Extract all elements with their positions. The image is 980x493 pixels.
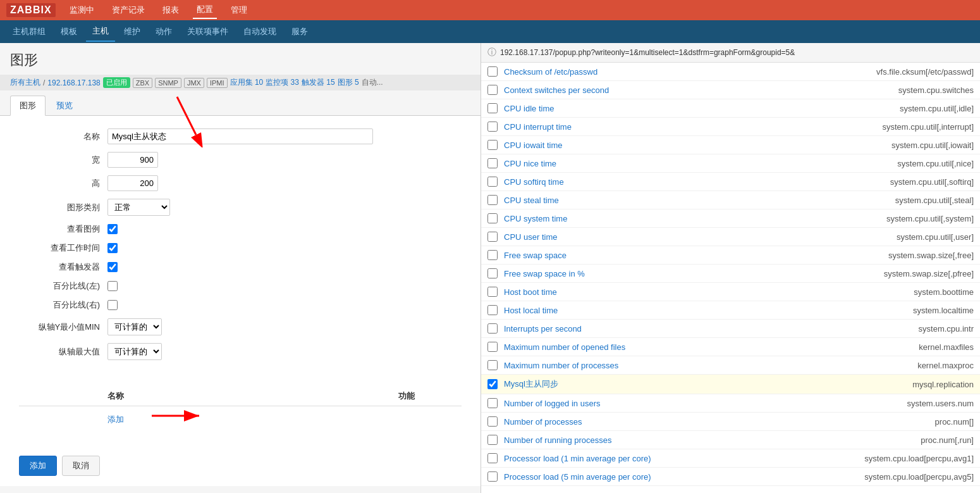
popup-item-checkbox[interactable]	[487, 360, 498, 370]
list-item[interactable]: Interrupts per secondsystem.cpu.intr	[481, 320, 980, 338]
show-legend-checkbox[interactable]	[107, 224, 118, 234]
list-item[interactable]: Processor load (1 min average per core)s…	[481, 449, 980, 468]
popup-url: 192.168.17.137/popup.php?writeonly=1&mul…	[500, 48, 795, 57]
popup-item-key: system.swap.size[,free]	[888, 251, 974, 260]
popup-item-name: CPU user time	[504, 232, 897, 242]
list-item[interactable]: CPU idle timesystem.cpu.util[,idle]	[481, 99, 980, 118]
popup-item-name: Processor load (1 min average per core)	[504, 454, 864, 463]
breadcrumb-tag-snmp: SNMP	[155, 78, 181, 88]
nav-actions[interactable]: 动作	[149, 22, 178, 41]
popup-item-checkbox[interactable]	[487, 287, 498, 297]
list-item[interactable]: Number of logged in userssystem.users.nu…	[481, 394, 980, 413]
type-select[interactable]: 正常 堆叠 饼图 分离型饼图	[107, 199, 170, 216]
popup-item-checkbox[interactable]	[487, 342, 498, 352]
list-item[interactable]: Number of processesproc.num[]	[481, 413, 980, 431]
breadcrumb-all-hosts[interactable]: 所有主机	[10, 77, 40, 88]
popup-item-checkbox[interactable]	[487, 232, 498, 242]
nav-hosts[interactable]: 主机	[86, 22, 115, 42]
popup-item-checkbox[interactable]	[487, 305, 498, 315]
top-navigation: ZABBIX 监测中 资产记录 报表 配置 管理	[0, 0, 980, 20]
popup-item-checkbox[interactable]	[487, 323, 498, 334]
show-trigger-checkbox[interactable]	[107, 262, 118, 272]
popup-item-checkbox[interactable]	[487, 213, 498, 223]
popup-item-checkbox[interactable]	[487, 195, 498, 205]
nav-monitor[interactable]: 监测中	[66, 2, 98, 18]
popup-item-checkbox[interactable]	[487, 268, 498, 278]
list-item[interactable]: CPU iowait timesystem.cpu.util[,iowait]	[481, 136, 980, 154]
popup-item-name: Host local time	[504, 306, 913, 315]
list-item[interactable]: Host local timesystem.localtime	[481, 301, 980, 320]
list-item[interactable]: CPU steal timesystem.cpu.util[,steal]	[481, 191, 980, 209]
nav-maintenance[interactable]: 维护	[118, 22, 147, 41]
popup-item-checkbox[interactable]	[487, 85, 498, 95]
list-item[interactable]: Host boot timesystem.boottime	[481, 283, 980, 301]
add-item-link[interactable]: 添加	[19, 411, 124, 428]
list-item[interactable]: CPU user timesystem.cpu.util[,user]	[481, 228, 980, 246]
form-label-percent-left: 百分比线(左)	[19, 280, 107, 292]
list-item[interactable]: Number of running processesproc.num[,run…	[481, 431, 980, 449]
tab-graph[interactable]: 图形	[10, 96, 46, 116]
list-item[interactable]: CPU nice timesystem.cpu.util[,nice]	[481, 154, 980, 173]
y-min-select[interactable]: 可计算的 固定 元素	[107, 318, 162, 335]
nav-services[interactable]: 服务	[285, 22, 314, 41]
breadcrumb-graphs[interactable]: 图形 5	[338, 77, 359, 88]
popup-item-checkbox[interactable]	[487, 250, 498, 260]
breadcrumb-monitors[interactable]: 监控项 33	[266, 77, 299, 88]
breadcrumb-apps[interactable]: 应用集 10	[230, 77, 264, 88]
height-input[interactable]	[107, 175, 158, 191]
list-item[interactable]: Free swap spacesystem.swap.size[,free]	[481, 246, 980, 265]
form-label-y-max: 纵轴最大值	[19, 346, 107, 358]
nav-reports[interactable]: 报表	[159, 2, 183, 18]
name-input[interactable]	[107, 128, 373, 144]
list-item[interactable]: CPU softirq timesystem.cpu.util[,softirq…	[481, 173, 980, 191]
nav-admin[interactable]: 管理	[227, 2, 251, 18]
list-item[interactable]: CPU interrupt timesystem.cpu.util[,inter…	[481, 118, 980, 136]
list-item[interactable]: Mysql主从同步mysql.replication	[481, 375, 980, 394]
popup-item-checkbox[interactable]	[487, 435, 498, 445]
list-item[interactable]: Free swap space in %system.swap.size[,pf…	[481, 265, 980, 283]
popup-item-checkbox[interactable]	[487, 379, 498, 389]
breadcrumb-status: 已启用	[103, 77, 130, 88]
popup-item-checkbox[interactable]	[487, 122, 498, 132]
nav-host-groups[interactable]: 主机群组	[6, 22, 52, 41]
width-input[interactable]	[107, 152, 158, 168]
list-item[interactable]: Checksum of /etc/passwdvfs.file.cksum[/e…	[481, 63, 980, 81]
nav-assets[interactable]: 资产记录	[108, 2, 149, 18]
popup-item-checkbox[interactable]	[487, 140, 498, 150]
tab-preview[interactable]: 预览	[47, 96, 82, 115]
nav-correlation[interactable]: 关联项事件	[181, 22, 235, 41]
percent-right-checkbox[interactable]	[107, 300, 118, 310]
popup-item-checkbox[interactable]	[487, 158, 498, 168]
nav-templates[interactable]: 模板	[54, 22, 83, 41]
nav-autodiscovery[interactable]: 自动发现	[237, 22, 283, 41]
popup-item-checkbox[interactable]	[487, 398, 498, 408]
nav-config[interactable]: 配置	[193, 1, 217, 19]
show-work-checkbox[interactable]	[107, 243, 118, 253]
percent-left-checkbox[interactable]	[107, 281, 118, 291]
list-item[interactable]: Maximum number of opened fileskernel.max…	[481, 338, 980, 356]
cancel-button[interactable]: 取消	[62, 456, 100, 476]
breadcrumb-ip[interactable]: 192.168.17.138	[47, 78, 100, 87]
popup-item-name: Checksum of /etc/passwd	[504, 67, 876, 77]
popup-item-name: CPU iowait time	[504, 140, 891, 150]
popup-item-checkbox[interactable]	[487, 66, 498, 77]
popup-item-checkbox[interactable]	[487, 471, 498, 482]
list-item[interactable]: Maximum number of processeskernel.maxpro…	[481, 356, 980, 375]
popup-item-checkbox[interactable]	[487, 103, 498, 113]
breadcrumb-tag-zbx: ZBX	[133, 78, 152, 88]
list-item[interactable]: Processor load (5 min average per core)s…	[481, 468, 980, 486]
popup-item-checkbox[interactable]	[487, 177, 498, 187]
popup-list[interactable]: Checksum of /etc/passwdvfs.file.cksum[/e…	[481, 63, 980, 493]
breadcrumb-triggers[interactable]: 触发器 15	[302, 77, 335, 88]
popup-item-checkbox[interactable]	[487, 453, 498, 463]
list-item[interactable]: CPU system timesystem.cpu.util[,system]	[481, 209, 980, 228]
popup-item-name: Maximum number of processes	[504, 361, 917, 370]
popup-item-checkbox[interactable]	[487, 416, 498, 427]
form-row-percent-left: 百分比线(左)	[19, 280, 462, 292]
add-button[interactable]: 添加	[19, 456, 57, 476]
list-item[interactable]: Context switches per secondsystem.cpu.sw…	[481, 81, 980, 99]
popup-item-key: system.cpu.load[percpu,avg5]	[864, 472, 974, 482]
popup-item-name: Mysql主从同步	[504, 378, 912, 390]
popup-item-key: system.cpu.util[,iowait]	[891, 140, 974, 150]
y-max-select[interactable]: 可计算的 固定 元素	[107, 343, 162, 360]
